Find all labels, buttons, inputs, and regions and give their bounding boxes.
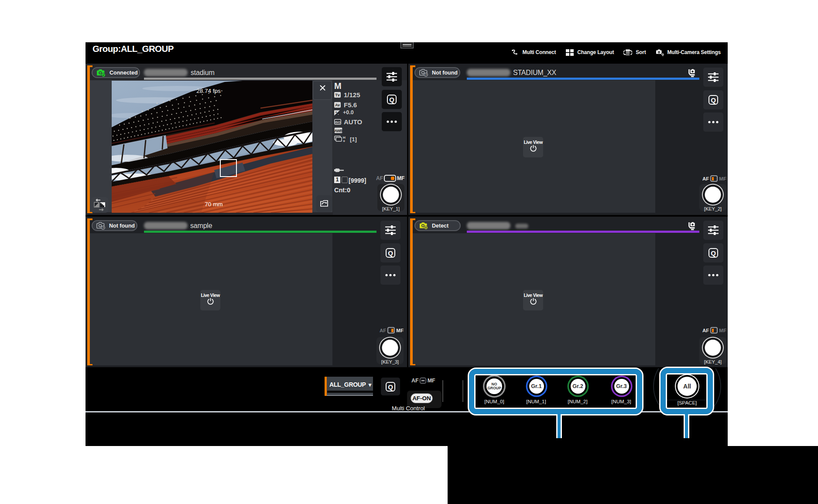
svg-text:?: ? <box>102 226 104 230</box>
svg-text:Q: Q <box>388 383 393 390</box>
svg-text:70 mm: 70 mm <box>205 201 222 208</box>
svg-text:28.74 fps: 28.74 fps <box>196 88 221 94</box>
svg-text:AWB: AWB <box>334 129 342 133</box>
svg-text:Q: Q <box>389 96 394 103</box>
svg-text:ISO: ISO <box>335 120 341 124</box>
svg-text:?: ? <box>425 73 427 77</box>
svg-text:Q: Q <box>711 249 716 257</box>
svg-text:Q: Q <box>711 96 716 104</box>
svg-text:Av: Av <box>335 103 340 107</box>
svg-text:+: + <box>343 139 345 143</box>
svg-text:Q: Q <box>388 249 393 257</box>
svg-text:Tv: Tv <box>335 93 340 97</box>
svg-text:+: + <box>335 111 337 114</box>
